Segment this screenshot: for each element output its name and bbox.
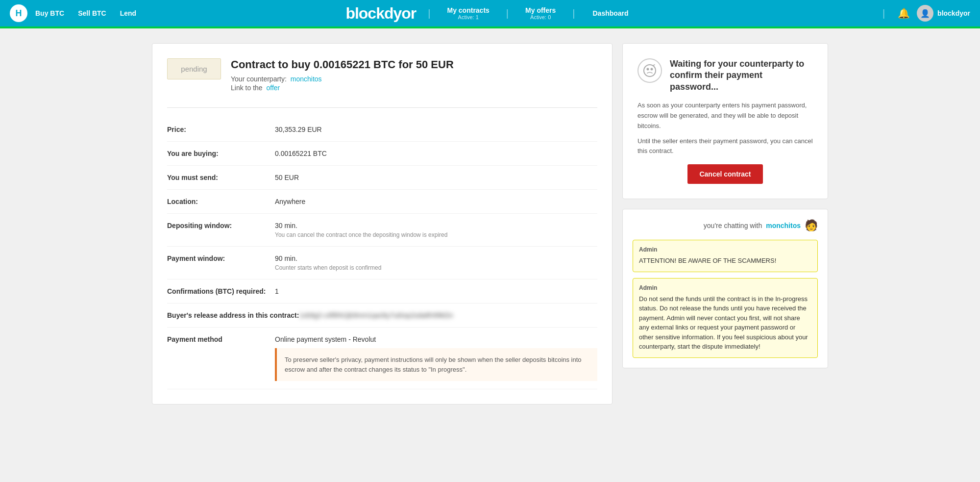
counterparty-label: Your counterparty:: [231, 75, 287, 83]
msg-sender: Admin: [639, 284, 811, 291]
contract-title: Contract to buy 0.00165221 BTC for 50 EU…: [231, 58, 454, 71]
navbar-left-links: H Buy BTC Sell BTC Lend: [10, 4, 142, 22]
my-contracts-active: Active: 1: [458, 14, 479, 20]
nav-lend[interactable]: Lend: [114, 5, 142, 21]
price-row: Price: 30,353.29 EUR: [167, 118, 597, 142]
release-address-label: Buyer's release address in this contract…: [167, 311, 299, 319]
nav-buy-btc[interactable]: Buy BTC: [29, 5, 70, 21]
nav-sell-btc[interactable]: Sell BTC: [72, 5, 112, 21]
location-label: Location:: [167, 198, 275, 205]
buying-row: You are buying: 0.00165221 BTC: [167, 142, 597, 166]
send-label: You must send:: [167, 174, 275, 181]
waiting-icon: [637, 58, 662, 83]
svg-point-1: [647, 68, 649, 71]
release-address-row: Buyer's release address in this contract…: [167, 304, 597, 328]
status-badge: pending: [167, 58, 221, 79]
nav-username[interactable]: blockdyor: [937, 9, 970, 17]
location-row: Location: Anywhere: [167, 190, 597, 214]
nav-my-offers[interactable]: My offers Active: 0: [520, 6, 561, 20]
right-panel: Waiting for your counterparty to confirm…: [622, 43, 828, 405]
msg-text: Do not send the funds until the contract…: [639, 294, 811, 352]
nav-divider-4: |: [882, 8, 885, 19]
chat-avatar-icon: 🧑: [805, 219, 818, 232]
chat-messages: AdminATTENTION! BE AWARE OF THE SCAMMERS…: [633, 240, 818, 358]
payment-window-label: Payment window:: [167, 254, 275, 262]
depositing-label: Depositing window:: [167, 222, 275, 229]
depositing-sub: You can cancel the contract once the dep…: [275, 231, 597, 238]
my-offers-label: My offers: [525, 6, 556, 14]
avatar[interactable]: 👤: [917, 5, 933, 22]
nav-divider-1: |: [428, 8, 430, 19]
release-address-blurred: 1xb9g3 c4f8hh2jk9mm1qw3ty7ui0op2sda8h99k…: [299, 311, 453, 319]
payment-method-row: Payment method Online payment system - R…: [167, 328, 597, 389]
price-label: Price:: [167, 126, 275, 133]
svg-line-3: [653, 65, 655, 66]
send-value: 50 EUR: [275, 174, 597, 181]
confirmations-row: Confirmations (BTC) required: 1: [167, 279, 597, 304]
nav-my-contracts[interactable]: My contracts Active: 1: [442, 6, 494, 20]
waiting-title: Waiting for your counterparty to confirm…: [670, 58, 813, 93]
waiting-desc-1: As soon as your counterparty enters his …: [637, 101, 813, 131]
waiting-desc-2: Until the seller enters their payment pa…: [637, 136, 813, 157]
confirmations-value: 1: [275, 287, 597, 295]
location-value: Anywhere: [275, 198, 597, 205]
notifications-icon[interactable]: 🔔: [895, 4, 913, 22]
offer-line: Link to the offer: [231, 84, 454, 92]
depositing-row: Depositing window: 30 min. You can cance…: [167, 214, 597, 247]
navbar-right: | 🔔 👤 blockdyor: [877, 4, 970, 22]
send-row: You must send: 50 EUR: [167, 166, 597, 190]
offer-link[interactable]: offer: [267, 84, 280, 92]
nav-divider-3: |: [572, 8, 575, 19]
chat-message: AdminDo not send the funds until the con…: [633, 278, 818, 358]
waiting-header: Waiting for your counterparty to confirm…: [637, 58, 813, 93]
offer-label: Link to the: [231, 84, 263, 92]
payment-window-sub: Counter starts when deposit is confirmed: [275, 264, 597, 271]
chat-header: you're chatting with monchitos 🧑: [633, 219, 818, 232]
counterparty-link[interactable]: monchitos: [291, 75, 322, 83]
privacy-notice: To preserve seller's privacy, payment in…: [275, 348, 597, 381]
payment-window-row: Payment window: 90 min. Counter starts w…: [167, 247, 597, 279]
buying-value: 0.00165221 BTC: [275, 150, 597, 157]
confirmations-label: Confirmations (BTC) required:: [167, 287, 275, 295]
svg-point-0: [644, 65, 656, 76]
counterparty-line: Your counterparty: monchitos: [231, 75, 454, 83]
msg-text: ATTENTION! BE AWARE OF THE SCAMMERS!: [639, 256, 811, 266]
depositing-value: 30 min. You can cancel the contract once…: [275, 222, 597, 238]
price-value: 30,353.29 EUR: [275, 126, 597, 133]
chat-box: you're chatting with monchitos 🧑 AdminAT…: [622, 209, 828, 368]
contract-panel: pending Contract to buy 0.00165221 BTC f…: [152, 43, 612, 405]
main-container: pending Contract to buy 0.00165221 BTC f…: [122, 28, 858, 419]
my-contracts-label: My contracts: [447, 6, 490, 14]
contract-header: pending Contract to buy 0.00165221 BTC f…: [167, 58, 597, 93]
contract-details: Price: 30,353.29 EUR You are buying: 0.0…: [167, 107, 597, 389]
chat-message: AdminATTENTION! BE AWARE OF THE SCAMMERS…: [633, 240, 818, 272]
chatting-with-label: you're chatting with: [704, 222, 762, 229]
site-logo-text: blockdyor: [345, 4, 416, 23]
msg-sender: Admin: [639, 246, 811, 253]
payment-method-label: Payment method: [167, 335, 275, 343]
payment-window-value: 90 min. Counter starts when deposit is c…: [275, 254, 597, 271]
contract-title-block: Contract to buy 0.00165221 BTC for 50 EU…: [231, 58, 454, 93]
payment-method-value: Online payment system - Revolut To prese…: [275, 335, 597, 381]
waiting-box: Waiting for your counterparty to confirm…: [622, 43, 828, 199]
nav-divider-2: |: [506, 8, 509, 19]
navbar-logo-center: blockdyor | My contracts Active: 1 | My …: [345, 4, 634, 23]
release-address-value: 1xb9g3 c4f8hh2jk9mm1qw3ty7ui0op2sda8h99k…: [299, 311, 597, 319]
navbar: H Buy BTC Sell BTC Lend blockdyor | My c…: [0, 0, 980, 26]
cancel-contract-button[interactable]: Cancel contract: [687, 164, 762, 184]
svg-point-2: [651, 68, 653, 71]
site-logo-icon[interactable]: H: [10, 4, 27, 22]
chat-counterparty-link[interactable]: monchitos: [766, 222, 801, 229]
avatar-icon: 👤: [920, 9, 930, 18]
my-offers-active: Active: 0: [530, 14, 551, 20]
nav-dashboard[interactable]: Dashboard: [587, 5, 635, 21]
buying-label: You are buying:: [167, 150, 275, 157]
